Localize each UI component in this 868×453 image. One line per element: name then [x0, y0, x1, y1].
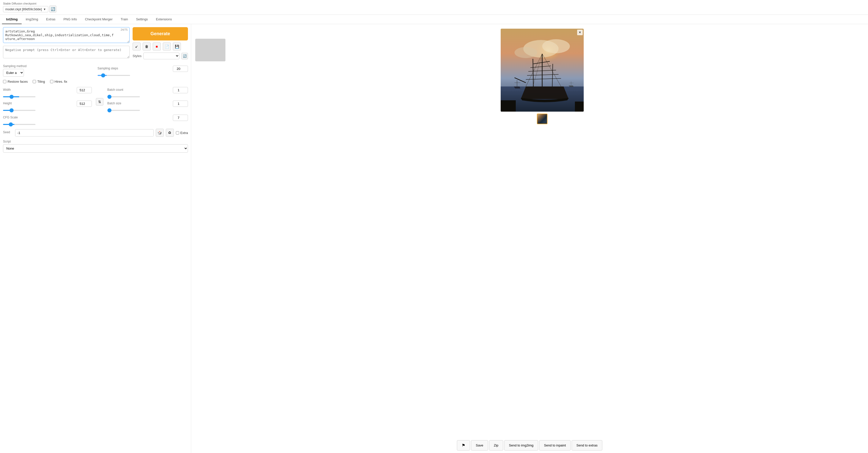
- seed-row: Seed 🎲 ♻ Extra: [3, 129, 188, 137]
- send-inpaint-button[interactable]: Send to inpaint: [539, 440, 570, 451]
- width-group: Width: [3, 87, 92, 98]
- batch-count-input[interactable]: [173, 87, 188, 93]
- height-input[interactable]: [77, 101, 92, 107]
- tab-pnginfo[interactable]: PNG Info: [59, 15, 81, 24]
- dimensions-group: Width Height: [3, 87, 92, 111]
- script-row: Script None: [3, 140, 188, 153]
- checkpoint-select: model.ckpt [89d59c3dde] ▾ 🔄: [3, 5, 56, 12]
- batch-count-slider[interactable]: [107, 96, 140, 97]
- hires-fix-input[interactable]: [50, 80, 53, 83]
- cfg-scale-slider[interactable]: [3, 124, 35, 125]
- save-disk-button[interactable]: 💾: [173, 42, 181, 51]
- tab-train[interactable]: Train: [117, 15, 132, 24]
- checkpoint-section: Stable Diffusion checkpoint model.ckpt […: [3, 2, 56, 12]
- seed-input[interactable]: [15, 129, 154, 136]
- bottom-buttons: ⚑ Save Zip Send to img2img Send to inpai…: [193, 438, 866, 453]
- tab-extras[interactable]: Extras: [42, 15, 59, 24]
- prompt-area: 24/75 artstation,Greg Rutkowski,sea,dike…: [3, 27, 130, 44]
- sampling-steps-slider[interactable]: [98, 75, 130, 76]
- script-select[interactable]: None: [3, 144, 188, 153]
- tab-settings[interactable]: Settings: [132, 15, 152, 24]
- prompt-section: 24/75 artstation,Greg Rutkowski,sea,dike…: [3, 27, 130, 59]
- cfg-scale-group: CFG Scale: [3, 115, 188, 126]
- restore-faces-input[interactable]: [3, 80, 6, 83]
- styles-refresh-button[interactable]: 🔄: [181, 53, 188, 59]
- generated-image-container: ×: [501, 29, 584, 124]
- extra-checkbox-input[interactable]: [176, 131, 179, 134]
- image-output-area: ×: [193, 26, 866, 438]
- cfg-scale-label: CFG Scale: [3, 116, 18, 119]
- batch-size-slider[interactable]: [107, 110, 140, 111]
- styles-section: Styles 🔄: [132, 53, 188, 59]
- main-layout: 24/75 artstation,Greg Rutkowski,sea,dike…: [0, 24, 868, 453]
- batch-size-label: Batch size: [107, 102, 121, 105]
- thumbnail-image: [537, 114, 547, 124]
- seed-dice-button[interactable]: 🎲: [156, 129, 164, 137]
- token-count: 24/75: [121, 28, 128, 31]
- hires-fix-label: Hires. fix: [55, 80, 67, 84]
- tab-img2img[interactable]: img2img: [22, 15, 42, 24]
- seed-label: Seed: [3, 130, 13, 134]
- styles-select[interactable]: [144, 53, 179, 59]
- svg-point-4: [515, 47, 537, 58]
- checkpoint-refresh-button[interactable]: 🔄: [49, 5, 56, 12]
- batch-group: Batch count Batch size: [107, 87, 188, 111]
- send-img2img-button[interactable]: Send to img2img: [504, 440, 538, 451]
- checkpoint-label: Stable Diffusion checkpoint: [3, 2, 56, 5]
- controls-section: Sampling method Euler a Euler LMS DPM++ …: [3, 64, 188, 153]
- seed-recycle-button[interactable]: ♻: [166, 129, 174, 137]
- extra-checkbox[interactable]: Extra: [176, 131, 188, 135]
- negative-prompt-input[interactable]: [3, 46, 130, 58]
- sampling-steps-input[interactable]: [173, 66, 188, 72]
- send-extras-button[interactable]: Send to extras: [571, 440, 602, 451]
- width-input[interactable]: [77, 87, 92, 93]
- styles-label: Styles: [132, 54, 142, 58]
- batch-size-group: Batch size: [107, 101, 188, 111]
- tiling-input[interactable]: [33, 80, 36, 83]
- toolbar-icons: ↙ 🗑 ■ 📄 💾: [132, 42, 188, 51]
- trash-button[interactable]: 🗑: [143, 42, 151, 51]
- generated-image: [501, 29, 584, 111]
- batch-count-label: Batch count: [107, 88, 123, 92]
- svg-rect-25: [575, 102, 584, 111]
- top-bar: Stable Diffusion checkpoint model.ckpt […: [0, 0, 868, 15]
- height-group: Height: [3, 101, 92, 111]
- negative-prompt-area: [3, 46, 130, 59]
- height-label: Height: [3, 102, 12, 105]
- hires-fix-checkbox[interactable]: Hires. fix: [50, 80, 67, 84]
- svg-point-3: [542, 39, 570, 53]
- send-back-icon-button[interactable]: ↙: [132, 42, 141, 51]
- swap-dimensions-button[interactable]: ⇅: [96, 98, 103, 105]
- height-slider[interactable]: [3, 110, 35, 111]
- batch-count-group: Batch count: [107, 87, 188, 98]
- prompt-input[interactable]: artstation,Greg Rutkowski,sea,dikel,ship…: [3, 27, 130, 43]
- cfg-scale-input[interactable]: [173, 115, 188, 121]
- batch-size-input[interactable]: [173, 101, 188, 107]
- page-button[interactable]: 📄: [163, 42, 171, 51]
- tiling-checkbox[interactable]: Tiling: [33, 80, 45, 84]
- left-panel: 24/75 artstation,Greg Rutkowski,sea,dike…: [0, 24, 191, 453]
- checkbox-group: Restore faces Tiling Hires. fix: [3, 80, 188, 84]
- checkpoint-dropdown[interactable]: model.ckpt [89d59c3dde] ▾: [3, 6, 48, 12]
- restore-faces-label: Restore faces: [7, 80, 28, 84]
- thumbnail-item[interactable]: [537, 114, 548, 124]
- sampling-method-select[interactable]: Euler a Euler LMS DPM++: [3, 69, 24, 77]
- generate-section: Generate ↙ 🗑 ■ 📄 💾 Styles 🔄: [132, 27, 188, 61]
- tab-txt2img[interactable]: txt2img: [2, 15, 22, 24]
- zip-button[interactable]: Zip: [489, 440, 503, 451]
- right-panel: ×: [191, 24, 868, 453]
- send-back-button[interactable]: ⚑: [457, 440, 470, 451]
- save-button[interactable]: Save: [471, 440, 488, 451]
- tab-checkpoint-merger[interactable]: Checkpoint Merger: [81, 15, 117, 24]
- tab-bar: txt2img img2img Extras PNG Info Checkpoi…: [0, 15, 868, 24]
- tiling-label: Tiling: [37, 80, 45, 84]
- red-button[interactable]: ■: [153, 42, 161, 51]
- width-slider[interactable]: [3, 96, 35, 97]
- right-content: ×: [193, 26, 866, 453]
- generate-button[interactable]: Generate: [132, 27, 188, 40]
- close-image-button[interactable]: ×: [577, 30, 583, 35]
- tab-extensions[interactable]: Extensions: [152, 15, 176, 24]
- dropdown-chevron-icon: ▾: [44, 7, 45, 11]
- sampling-steps-label: Sampling steps: [98, 67, 118, 70]
- restore-faces-checkbox[interactable]: Restore faces: [3, 80, 28, 84]
